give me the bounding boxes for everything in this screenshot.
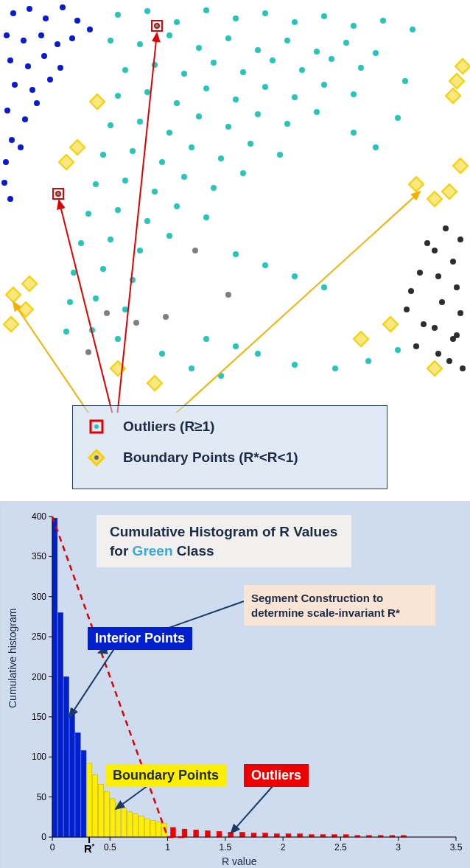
svg-point-68 xyxy=(196,113,202,119)
svg-point-79 xyxy=(277,152,283,158)
legend-boundary-label: Boundary Points (R*<R<1) xyxy=(123,449,298,466)
svg-rect-201 xyxy=(99,784,104,837)
svg-point-54 xyxy=(329,56,334,62)
svg-line-242 xyxy=(231,785,273,833)
svg-text:0: 0 xyxy=(41,832,46,842)
svg-point-101 xyxy=(63,329,69,335)
svg-point-38 xyxy=(137,41,143,47)
svg-rect-209 xyxy=(144,819,150,837)
svg-point-16 xyxy=(4,108,10,113)
svg-text:0.5: 0.5 xyxy=(104,842,116,853)
svg-point-122 xyxy=(443,225,449,231)
svg-rect-195 xyxy=(64,677,69,838)
interior-label: Interior Points xyxy=(88,627,192,650)
svg-point-74 xyxy=(130,148,136,154)
svg-point-139 xyxy=(413,343,419,349)
svg-point-116 xyxy=(189,365,194,371)
svg-rect-208 xyxy=(138,816,144,837)
svg-rect-219 xyxy=(239,832,245,837)
svg-point-103 xyxy=(115,336,121,342)
svg-point-15 xyxy=(29,87,35,93)
svg-point-75 xyxy=(159,159,165,165)
svg-point-119 xyxy=(373,144,379,150)
svg-rect-194 xyxy=(58,613,63,838)
svg-point-33 xyxy=(321,13,327,19)
svg-point-45 xyxy=(343,40,349,46)
svg-point-89 xyxy=(174,203,180,209)
svg-point-22 xyxy=(87,27,93,32)
svg-point-73 xyxy=(100,152,106,158)
svg-text:3: 3 xyxy=(396,842,401,853)
svg-rect-198 xyxy=(81,751,86,837)
svg-text:1: 1 xyxy=(165,842,170,853)
svg-point-157 xyxy=(94,424,99,429)
svg-point-17 xyxy=(22,116,28,122)
svg-point-12 xyxy=(41,53,47,59)
svg-point-36 xyxy=(410,27,415,32)
svg-rect-221 xyxy=(263,833,268,837)
svg-point-61 xyxy=(262,84,268,90)
svg-line-152 xyxy=(116,33,157,413)
svg-point-87 xyxy=(115,207,121,213)
svg-point-125 xyxy=(450,259,456,265)
svg-point-96 xyxy=(100,266,106,272)
svg-point-35 xyxy=(380,18,386,24)
svg-point-126 xyxy=(435,273,441,279)
svg-point-113 xyxy=(203,336,209,342)
svg-point-137 xyxy=(408,288,414,294)
svg-point-14 xyxy=(12,82,18,88)
svg-point-58 xyxy=(174,100,180,106)
svg-point-85 xyxy=(240,170,246,176)
histogram-chart: 00.511.522.533.5050100150200250300350400… xyxy=(0,501,470,868)
svg-point-144 xyxy=(163,314,169,320)
scatter-plot xyxy=(0,0,470,405)
svg-point-147 xyxy=(225,292,231,298)
svg-point-134 xyxy=(417,270,423,276)
svg-point-37 xyxy=(108,38,113,43)
svg-point-145 xyxy=(85,349,91,355)
x-axis-label: R value xyxy=(222,855,256,867)
svg-point-3 xyxy=(60,4,66,10)
svg-rect-200 xyxy=(93,774,98,837)
svg-text:3.5: 3.5 xyxy=(450,842,463,853)
cluster-cyan xyxy=(63,7,415,379)
svg-point-70 xyxy=(255,111,261,117)
svg-point-124 xyxy=(432,248,438,253)
svg-rect-214 xyxy=(182,829,187,837)
svg-point-31 xyxy=(262,10,268,16)
svg-point-56 xyxy=(115,93,121,99)
svg-point-71 xyxy=(284,121,290,127)
svg-text:0: 0 xyxy=(50,842,55,853)
svg-point-13 xyxy=(57,65,63,71)
svg-point-11 xyxy=(25,63,31,69)
svg-text:400: 400 xyxy=(32,511,46,522)
svg-point-50 xyxy=(211,60,217,66)
svg-point-5 xyxy=(4,32,10,38)
svg-point-81 xyxy=(122,178,128,183)
svg-point-32 xyxy=(292,19,298,25)
outlier-markers xyxy=(53,21,162,199)
svg-point-78 xyxy=(248,141,253,147)
svg-text:200: 200 xyxy=(32,672,46,682)
svg-point-93 xyxy=(137,248,143,253)
svg-text:350: 350 xyxy=(32,551,46,561)
svg-point-66 xyxy=(137,119,143,125)
rstar-label: R* xyxy=(84,842,94,855)
svg-line-155 xyxy=(124,192,420,413)
svg-point-25 xyxy=(18,144,24,150)
svg-point-129 xyxy=(457,310,463,316)
svg-point-10 xyxy=(7,57,13,63)
svg-point-18 xyxy=(9,137,15,143)
svg-point-121 xyxy=(402,78,408,84)
svg-point-106 xyxy=(332,365,338,371)
svg-point-2 xyxy=(43,15,49,21)
svg-point-132 xyxy=(435,351,441,357)
svg-point-133 xyxy=(454,332,460,338)
svg-rect-202 xyxy=(104,791,109,837)
svg-rect-224 xyxy=(298,834,303,837)
svg-rect-211 xyxy=(156,822,161,837)
svg-line-240 xyxy=(69,648,115,717)
svg-text:1.5: 1.5 xyxy=(220,842,232,853)
svg-rect-213 xyxy=(170,827,175,837)
legend-outliers: Outliers (R≥1) xyxy=(86,416,373,437)
